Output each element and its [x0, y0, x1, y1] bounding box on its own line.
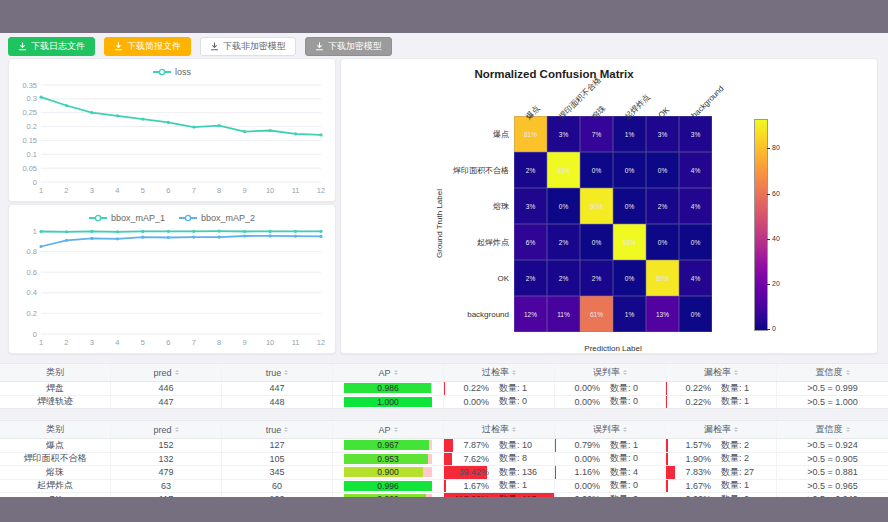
- legend-item-bbox_mAP_1[interactable]: bbox_mAP_1: [89, 213, 165, 223]
- download-button-2[interactable]: 下载非加密模型: [200, 37, 296, 56]
- svg-text:12: 12: [317, 338, 325, 347]
- matrix-cell-value: 2%: [592, 275, 601, 282]
- matrix-cell-value: 2%: [559, 239, 568, 246]
- cell-pred: 63: [111, 480, 222, 493]
- sort-icon[interactable]: [512, 368, 516, 377]
- column-header-label: true: [266, 368, 282, 378]
- ap-value: 0.900: [344, 467, 432, 477]
- svg-text:11: 11: [292, 186, 300, 195]
- missrate-percent: 0.22%: [669, 397, 711, 407]
- sort-icon[interactable]: [512, 425, 516, 434]
- sort-icon[interactable]: [846, 425, 850, 434]
- button-label: 下载非加密模型: [223, 38, 286, 55]
- download-button-3[interactable]: 下载加密模型: [305, 37, 392, 56]
- column-header-误判率[interactable]: 误判率: [555, 364, 666, 381]
- cell-true: 345: [222, 466, 333, 479]
- column-header-AP[interactable]: AP: [333, 421, 444, 438]
- svg-text:6: 6: [166, 186, 170, 195]
- sort-icon[interactable]: [175, 368, 179, 377]
- svg-text:0.1: 0.1: [27, 150, 37, 159]
- ap-bar: 0.967: [344, 440, 432, 450]
- column-header-类别: 类别: [0, 421, 111, 438]
- download-button-0[interactable]: 下载日志文件: [8, 37, 95, 56]
- matrix-cell-value: 4%: [691, 167, 700, 174]
- cell-true: 447: [222, 382, 333, 395]
- button-label: 下载简报文件: [127, 38, 181, 55]
- column-header-AP[interactable]: AP: [333, 364, 444, 381]
- matrix-cell: 93%: [547, 152, 580, 188]
- misjudge-percent: 0.00%: [558, 397, 600, 407]
- column-header-pred[interactable]: pred: [111, 364, 222, 381]
- matrix-cell-value: 0%: [625, 167, 634, 174]
- column-header-置信度[interactable]: 置信度: [777, 364, 888, 381]
- table-row: 爆点152127 0.967 7.87% 数量: 10 0.79% 数量: 1 …: [0, 439, 888, 453]
- table-header-row: 类别predtrueAP过检率误判率漏检率置信度: [0, 364, 888, 382]
- cell-true: 127: [222, 439, 333, 452]
- column-header-true[interactable]: true: [222, 364, 333, 381]
- sort-icon[interactable]: [734, 425, 738, 434]
- overcheck-percent: 0.00%: [447, 397, 489, 407]
- cell-confidence: >0.5 = 0.965: [777, 480, 888, 493]
- matrix-cell-value: 0%: [658, 167, 667, 174]
- sort-icon[interactable]: [734, 368, 738, 377]
- column-header-label: 漏检率: [704, 366, 731, 379]
- toolbar: 下载日志文件下载简报文件下载非加密模型下载加密模型: [8, 37, 392, 56]
- loss-chart-legend: loss: [9, 59, 335, 80]
- matrix-cell-value: 7%: [592, 131, 601, 138]
- matrix-cell: 2%: [547, 260, 580, 296]
- matrix-cell-value: 0%: [559, 203, 568, 210]
- table-row: 焊印面积不合格132105 0.953 7.62% 数量: 8 0.00% 数量…: [0, 453, 888, 467]
- loss-chart[interactable]: 00.050.10.150.20.250.30.3512345678910111…: [11, 80, 333, 196]
- misjudge-percent: 0.00%: [558, 481, 600, 491]
- download-button-1[interactable]: 下载简报文件: [104, 37, 191, 56]
- matrix-cell-value: 0%: [691, 311, 700, 318]
- sort-icon[interactable]: [846, 368, 850, 377]
- sort-icon[interactable]: [394, 425, 398, 434]
- sort-icon[interactable]: [284, 368, 288, 377]
- download-icon: [210, 42, 219, 51]
- column-header-误判率[interactable]: 误判率: [555, 421, 666, 438]
- loss-chart-card: loss 00.050.10.150.20.250.30.35123456789…: [8, 58, 336, 202]
- legend-item-bbox_mAP_2[interactable]: bbox_mAP_2: [179, 213, 255, 223]
- column-header-过检率[interactable]: 过检率: [444, 364, 555, 381]
- cell-pred: 479: [111, 466, 222, 479]
- legend-item-loss[interactable]: loss: [153, 67, 191, 77]
- matrix-cell-value: 1%: [625, 311, 634, 318]
- matrix-cell-value: 3%: [658, 131, 667, 138]
- svg-text:2: 2: [64, 338, 68, 347]
- svg-text:7: 7: [192, 338, 196, 347]
- missrate-percent: 0.22%: [669, 383, 711, 393]
- matrix-cell-value: 81%: [524, 131, 537, 138]
- column-header-pred[interactable]: pred: [111, 421, 222, 438]
- ap-value: 0.953: [344, 454, 432, 464]
- cell-overcheck: 7.62% 数量: 8: [444, 453, 555, 466]
- svg-text:0: 0: [33, 330, 37, 339]
- sort-icon[interactable]: [623, 425, 627, 434]
- sort-icon[interactable]: [394, 368, 398, 377]
- svg-text:11: 11: [292, 338, 300, 347]
- column-header-漏检率[interactable]: 漏检率: [666, 421, 777, 438]
- column-header-label: 过检率: [482, 366, 509, 379]
- sort-icon[interactable]: [623, 368, 627, 377]
- misjudge-count: 数量: 0: [610, 480, 662, 493]
- column-header-true[interactable]: true: [222, 421, 333, 438]
- button-label: 下载日志文件: [31, 38, 85, 55]
- map-chart[interactable]: 00.20.40.60.81123456789101112: [11, 226, 333, 348]
- table-row: 焊缝轨迹447448 1.000 0.00% 数量: 0 0.00% 数量: 0…: [0, 396, 888, 409]
- svg-text:1: 1: [33, 227, 37, 236]
- column-header-漏检率[interactable]: 漏检率: [666, 364, 777, 381]
- matrix-cell: 0%: [646, 224, 679, 260]
- matrix-cell: 3%: [679, 116, 712, 152]
- missrate-count: 数量: 1: [721, 382, 773, 395]
- column-header-过检率[interactable]: 过检率: [444, 421, 555, 438]
- svg-text:10: 10: [266, 338, 274, 347]
- column-header-置信度[interactable]: 置信度: [777, 421, 888, 438]
- sort-icon[interactable]: [175, 425, 179, 434]
- matrix-cell-value: 93%: [623, 239, 636, 246]
- matrix-row-label: 起焊炸点: [341, 224, 514, 260]
- cell-overcheck: 0.00% 数量: 0: [444, 396, 555, 409]
- sort-icon[interactable]: [284, 425, 288, 434]
- missrate-percent: 1.67%: [669, 481, 711, 491]
- matrix-cell: 0%: [613, 152, 646, 188]
- matrix-cell: 0%: [613, 188, 646, 224]
